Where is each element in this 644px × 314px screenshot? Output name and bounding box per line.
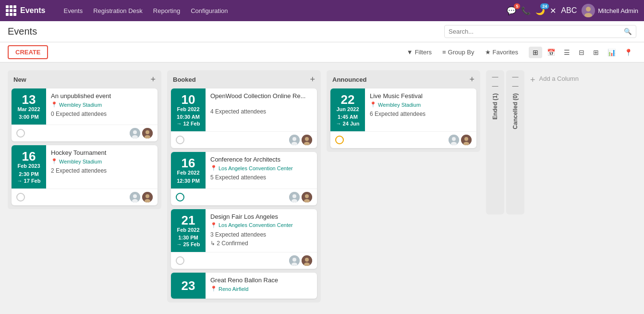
svg-point-10 — [133, 194, 137, 198]
avatar-small-2 — [302, 135, 312, 145]
app-logo[interactable]: Events — [6, 5, 53, 16]
nav-reporting[interactable]: Reporting — [148, 5, 185, 16]
column-announced-cards: 22 Jun 2022 1:45 AM → 24 Jun Live Music … — [327, 88, 480, 148]
nav-events[interactable]: Events — [59, 5, 87, 16]
user-menu[interactable]: Mitchell Admin — [582, 4, 638, 17]
column-announced-label: Announced — [332, 76, 367, 83]
avatar-small — [289, 135, 300, 145]
svg-point-25 — [305, 194, 309, 198]
filters-button[interactable]: ▼ Filters — [402, 47, 437, 58]
star-icon: ★ — [485, 49, 491, 56]
footer-avatars — [449, 135, 472, 145]
toolbar: CREATE ▼ Filters ≡ Group By ★ Favorites … — [0, 42, 644, 63]
card-info: Great Reno Ballon Race 📍 Reno Airfield — [206, 273, 317, 299]
card-date-block: 16 Feb 2022 12:30 PM — [171, 152, 206, 188]
status-circle — [16, 193, 25, 201]
card-footer — [171, 188, 317, 205]
add-column-area[interactable]: + Add a Column — [524, 70, 620, 90]
filter-group: ▼ Filters ≡ Group By ★ Favorites — [402, 47, 523, 58]
card-info: Conference for Architects 📍 Los Angeles … — [206, 152, 317, 188]
avatar-small — [289, 255, 300, 266]
card-footer-left — [176, 193, 184, 201]
search-button[interactable]: 🔍 — [620, 25, 636, 38]
avatar-small — [130, 192, 140, 202]
abc-icon[interactable]: ABC — [561, 6, 577, 15]
group-by-button[interactable]: ≡ Group By — [437, 47, 479, 58]
close-icon[interactable]: ✕ — [550, 6, 556, 15]
collapse-cancelled-button[interactable]: — — [512, 82, 519, 89]
favorites-button[interactable]: ★ Favorites — [480, 47, 523, 58]
expand-ended-button[interactable]: — — [492, 73, 498, 80]
card-footer-left — [335, 136, 344, 144]
column-new-add-button[interactable]: + — [150, 75, 156, 84]
card-info: OpenWood Collection Online Re... 4 Expec… — [206, 88, 317, 131]
card-hockey-tournament[interactable]: 16 Feb 2023 2:30 PM → 17 Feb Hockey Tour… — [12, 145, 158, 205]
nav-registration-desk[interactable]: Registration Desk — [88, 5, 147, 16]
column-booked-label: Booked — [173, 76, 196, 83]
map-view-button[interactable]: 📍 — [620, 47, 636, 58]
status-circle-gold — [335, 136, 344, 144]
card-conference-architects[interactable]: 16 Feb 2022 12:30 PM Conference for Arch… — [171, 152, 317, 205]
filter-icon: ▼ — [407, 49, 413, 56]
chart-view-button[interactable]: 📊 — [604, 47, 620, 58]
search-bar[interactable]: 🔍 — [444, 25, 636, 38]
collapse-ended-button[interactable]: — — [492, 82, 498, 89]
card-location: 📍 Wembley Stadium — [51, 158, 153, 164]
table-view-button-2[interactable]: ⊞ — [589, 47, 603, 58]
card-unpublished-event[interactable]: 13 Mar 2022 3:00 PM An unpublished event… — [12, 88, 158, 141]
chat-icon[interactable]: 💬 5 — [507, 6, 516, 15]
column-announced-header: Announced + — [327, 70, 480, 88]
card-attendees: 5 Expected attendees — [210, 174, 312, 181]
kanban-view-button[interactable]: ⊞ — [529, 47, 542, 58]
location-pin-icon: 📍 — [51, 101, 58, 108]
top-navigation: Events Events Registration Desk Reportin… — [0, 0, 644, 21]
column-announced-add-button[interactable]: + — [469, 75, 474, 84]
footer-avatars — [289, 135, 312, 145]
card-date-block: 22 Jun 2022 1:45 AM → 24 Jun — [330, 88, 365, 131]
kanban-board: New + 13 Mar 2022 3:00 PM An unpublished… — [0, 63, 644, 314]
ended-label: Ended (1) — [492, 93, 498, 120]
column-booked-add-button[interactable]: + — [310, 75, 315, 84]
chat-badge: 5 — [514, 3, 520, 9]
collapsed-columns-area: — — Ended (1) — — Cancelled (0) — [486, 70, 524, 214]
card-live-music[interactable]: 22 Jun 2022 1:45 AM → 24 Jun Live Music … — [330, 88, 476, 148]
card-great-reno[interactable]: 23 Great Reno Ballon Race 📍 Reno Airfiel… — [171, 273, 317, 299]
card-footer — [330, 131, 476, 148]
list-view-button[interactable]: ☰ — [560, 47, 574, 58]
add-column-label: Add a Column — [539, 75, 579, 82]
create-button[interactable]: CREATE — [8, 45, 48, 59]
calendar-view-button[interactable]: 📅 — [543, 47, 559, 58]
status-circle — [16, 129, 25, 138]
collapsed-column-ended[interactable]: — — Ended (1) — [486, 70, 504, 214]
card-footer-left — [16, 193, 25, 201]
footer-avatars — [289, 255, 312, 266]
avatar-small-2 — [302, 255, 312, 266]
column-announced: Announced + 22 Jun 2022 1:45 AM → 24 Jun… — [327, 70, 480, 152]
clock-icon[interactable]: 🌙 24 — [535, 6, 545, 15]
location-pin-icon: 📍 — [370, 101, 377, 108]
search-input[interactable] — [445, 25, 620, 38]
location-pin-icon: 📍 — [210, 286, 217, 292]
card-footer-left — [176, 136, 184, 144]
svg-point-31 — [305, 258, 309, 262]
card-design-fair[interactable]: 21 Feb 2022 1:30 PM → 25 Feb Design Fair… — [171, 209, 317, 269]
table-view-button-1[interactable]: ⊟ — [575, 47, 588, 58]
svg-point-34 — [452, 137, 456, 141]
card-footer — [171, 252, 317, 269]
phone-icon[interactable]: 📞 — [521, 6, 531, 15]
avatar-small — [289, 192, 300, 202]
card-location: 📍 Los Angeles Convention Center — [210, 222, 312, 228]
add-column-plus-icon: + — [530, 75, 535, 85]
collapsed-column-cancelled[interactable]: — — Cancelled (0) — [506, 70, 524, 214]
nav-configuration[interactable]: Configuration — [186, 5, 232, 16]
card-title: Design Fair Los Angeles — [210, 213, 312, 220]
expand-cancelled-button[interactable]: — — [512, 73, 519, 80]
app-name: Events — [20, 6, 45, 15]
card-openwood[interactable]: 10 Feb 2022 10:30 AM → 12 Feb OpenWood C… — [171, 88, 317, 148]
column-new: New + 13 Mar 2022 3:00 PM An unpublished… — [8, 70, 161, 209]
status-circle-green — [176, 193, 184, 201]
footer-avatars — [289, 192, 312, 202]
card-date-block: 10 Feb 2022 10:30 AM → 12 Feb — [171, 88, 206, 131]
column-booked-cards: 10 Feb 2022 10:30 AM → 12 Feb OpenWood C… — [167, 88, 321, 299]
svg-point-4 — [133, 130, 137, 134]
